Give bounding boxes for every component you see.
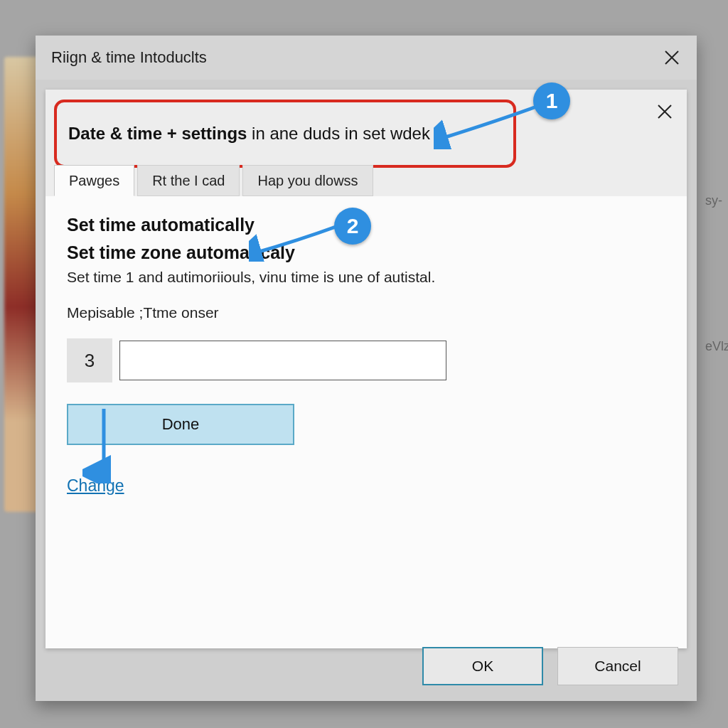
heading-bold: Date & time + settings [68,124,247,143]
done-button[interactable]: Done [67,404,294,445]
time-input[interactable] [119,341,446,380]
ok-button[interactable]: OK [422,647,543,685]
annotation-callout-2: 2 [334,208,371,245]
highlight-box-heading: Date & time + settings in ane duds in se… [54,100,516,168]
footer-buttons: OK Cancel [422,647,678,685]
heading-text: Date & time + settings in ane duds in se… [68,124,430,144]
tab-label: Rt the I cad [152,173,225,189]
step-number: 3 [85,350,95,372]
ok-button-label: OK [472,658,493,675]
input-row: 3 [67,338,665,382]
set-timezone-auto-label: Set time zone automaticaly [67,242,665,263]
change-link-label: Change [67,476,124,495]
close-icon[interactable] [660,46,684,70]
callout-number: 1 [546,89,558,113]
step-number-box: 3 [67,338,112,382]
inner-header: Date & time + settings in ane duds in se… [46,90,687,196]
tab-label: Pawges [69,173,119,189]
outer-dialog-title: Riign & time Intoduclts [51,48,207,67]
outer-dialog: Riign & time Intoduclts Date & time + se… [36,36,697,701]
cancel-button-label: Cancel [594,658,641,675]
description-line-2: Mepisable ;Ttme onser [67,304,665,321]
body-area: Set time automatically Set time zone aut… [46,196,687,510]
description-line-1: Set time 1 and autimoriiouls, vinu time … [67,269,665,286]
change-link[interactable]: Change [67,476,124,495]
annotation-callout-1: 1 [533,82,570,119]
inner-panel: Date & time + settings in ane duds in se… [46,90,687,648]
bg-frag-1: sy- [705,185,728,217]
background-text-fragments: sy- eVlz [705,185,728,363]
bg-frag-2: eVlz [705,331,728,363]
callout-number: 2 [347,214,359,238]
tab-label: Hap you dlowss [257,173,358,189]
tab-rt-the-i-cad[interactable]: Rt the I cad [137,165,240,196]
cancel-button[interactable]: Cancel [557,647,678,685]
outer-titlebar: Riign & time Intoduclts [36,36,697,80]
tab-pawges[interactable]: Pawges [54,165,134,196]
tab-hap-you-dlowss[interactable]: Hap you dlowss [242,165,373,196]
inner-close-icon[interactable] [657,102,673,124]
tab-strip: Pawges Rt the I cad Hap you dlowss [54,165,373,196]
done-button-label: Done [162,415,200,434]
heading-rest: in ane duds in set wdek [247,124,430,143]
